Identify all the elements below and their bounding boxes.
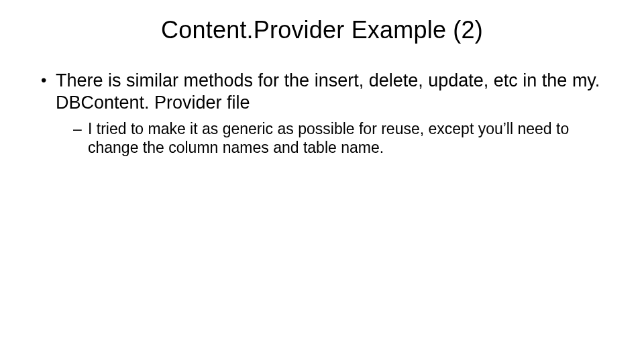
bullet-text: There is similar methods for the insert,… bbox=[56, 70, 600, 113]
slide-title: Content.Provider Example (2) bbox=[37, 16, 607, 44]
list-item: I tried to make it as generic as possibl… bbox=[56, 119, 607, 157]
slide: Content.Provider Example (2) There is si… bbox=[0, 0, 644, 362]
bullet-list-level1: There is similar methods for the insert,… bbox=[37, 70, 607, 157]
list-item: There is similar methods for the insert,… bbox=[37, 70, 607, 157]
bullet-text: I tried to make it as generic as possibl… bbox=[88, 120, 569, 156]
bullet-list-level2: I tried to make it as generic as possibl… bbox=[56, 119, 607, 157]
